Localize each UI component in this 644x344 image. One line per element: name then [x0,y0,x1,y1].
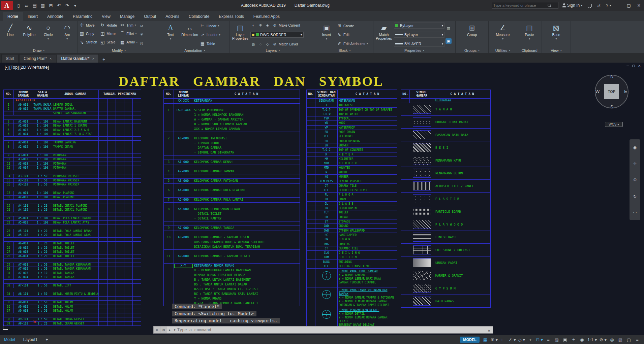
match-layer-button[interactable]: Match Layer [279,42,298,46]
grid-icon[interactable]: ▦ [481,336,489,343]
help-button[interactable]: ? ▾ [603,0,614,11]
match-properties-button[interactable]: ▰ Match Properties [375,22,393,47]
file-tab-daftar-gambar[interactable]: Daftar Gambar*× [57,54,99,63]
transparency-icon[interactable]: ▨ [553,336,561,343]
view-control[interactable]: [Top] [9,65,19,70]
group-button[interactable]: ⊞ Group [463,22,481,47]
panel-label-draw[interactable]: Draw▾ [0,47,78,53]
lineweight-icon[interactable]: ≡ [544,336,552,343]
line-button[interactable]: ╱ Line [1,22,19,47]
panel-label-block[interactable]: Block▾ [316,47,373,53]
command-recent-toggle-icon[interactable]: ▲ [488,328,490,332]
trim-button[interactable]: ✂Trim▾ [120,22,137,28]
create-block-button[interactable]: ⊞Create [337,23,368,29]
save-as-icon[interactable]: ▥ [39,2,47,9]
search-input[interactable] [493,3,547,7]
ribbon-tab-output[interactable]: Output [139,12,161,21]
new-tab-button[interactable]: + [100,56,108,63]
open-icon[interactable]: ▱ [23,2,30,9]
visual-style-control[interactable]: [2D Wireframe] [20,65,49,70]
wcs-menu[interactable]: WCS ▾ [605,122,623,127]
qat-customize-icon[interactable]: ▾ [71,2,79,9]
orbit-icon[interactable]: ↻ [633,193,636,199]
search-icon[interactable] [547,3,551,7]
stretch-button[interactable]: ↘Stretch [79,39,97,45]
panel-label-clipboard[interactable]: Clipboard [517,47,542,53]
ribbon-tab-manage[interactable]: Manage [115,12,139,21]
ortho-icon[interactable]: ∟ [499,336,507,343]
close-tab-icon[interactable]: × [92,57,94,61]
viewcube-east[interactable]: E [624,89,627,94]
panel-label-properties[interactable]: Properties▾ [373,47,455,53]
viewcube-north[interactable]: N [610,74,613,79]
edit-attributes-button[interactable]: ✐Edit Attributes▾ [337,40,368,47]
arc-button[interactable]: ◠ Arc ▾ [58,22,76,47]
zoom-icon[interactable]: ⊕ [633,177,636,183]
erase-icon[interactable]: ⊘ [139,24,145,29]
layer-walk-icon[interactable]: ⊜ [272,41,278,47]
properties-palette-icon[interactable]: ▥ [446,26,452,31]
layer-off-icon[interactable]: ◐ [250,23,256,28]
polar-tracking-icon[interactable]: ∠ ▾ [508,336,517,343]
panel-label-annotation[interactable]: Annotation▾ [160,47,229,53]
table-button[interactable]: ▦Table [200,40,220,47]
linetype-dropdown[interactable]: ByLayer ▾ [394,32,444,38]
scale-button[interactable]: ◱Scale [100,39,117,45]
viewport-menu-control[interactable]: [-] [5,65,9,70]
circle-button[interactable]: ○ Circle ▾ [39,22,57,47]
ribbon-tab-home[interactable]: Home [3,12,23,21]
rotate-button[interactable]: ↻Rotate [100,22,117,28]
ribbon-tab-parametric[interactable]: Parametric [68,12,97,21]
file-tab-ceiling-plan[interactable]: Ceiling Plan*× [19,54,56,63]
layer-unisolate-icon[interactable]: ◍ [250,41,256,47]
sign-in-button[interactable]: Sign In ▾ [560,0,585,11]
linear-button[interactable]: ⊢Linear▾ [200,23,220,29]
ribbon-tab-collaborate[interactable]: Collaborate [184,12,214,21]
ribbon-tab-view[interactable]: View [97,12,115,21]
viewcube-top-face[interactable]: TOP [604,84,619,99]
move-button[interactable]: ✢Move [79,22,97,28]
edit-block-button[interactable]: ✎Edit [337,32,368,38]
layer-lock-icon[interactable]: ◈ [265,23,271,28]
showmotion-icon[interactable]: ▭ [633,209,636,215]
model-space-button[interactable]: MODEL [460,337,480,343]
layout1-tab[interactable]: Layout1 [19,337,42,342]
restore-button[interactable]: ▢ [624,0,634,11]
fillet-button[interactable]: ⌒Fillet▾ [120,30,137,37]
text-button[interactable]: A Text ▾ [161,22,180,47]
autodesk-exchange-button[interactable]: ⇄ [594,0,603,11]
customize-icon[interactable]: ≡ [633,336,641,343]
layer-thaw-icon[interactable]: ◌ [257,41,264,47]
ribbon-tab-featured-apps[interactable]: Featured Apps [249,12,284,21]
new-layout-button[interactable]: + [41,337,52,342]
object-snap-icon[interactable]: ⊡ ▾ [535,336,544,343]
panel-label-view[interactable]: View▾ [542,47,571,53]
ribbon-tab-annotate[interactable]: Annotate [42,12,68,21]
layer-dropdown[interactable]: DWG-BORDER ▾ [250,32,304,38]
ribbon-tab-express-tools[interactable]: Express Tools [214,12,248,21]
layer-isolate-icon[interactable]: ⊙ [272,23,278,28]
panel-label-groups[interactable]: Groups▾ [456,47,488,53]
panel-label-utilities[interactable]: Utilities▾ [489,47,517,53]
command-close-icon[interactable]: ✕ [154,326,160,333]
lineweight-dropdown[interactable]: BYLAYER ▾ [394,41,444,47]
panel-label-layers[interactable]: Layers▾ [230,47,316,53]
isodraft-icon[interactable]: ◇ ▾ [517,336,526,343]
copy-button[interactable]: ▥Copy [79,30,97,37]
command-customize-icon[interactable]: ⚙ [160,326,167,333]
base-button[interactable]: ▧ Base ▾ [547,22,565,47]
annotation-monitor-icon[interactable]: ◎ [608,336,616,343]
hardware-acceleration-icon[interactable]: ▧ [616,336,624,343]
explode-icon[interactable]: ✳ [139,32,145,37]
offset-icon[interactable]: ◎ [139,40,145,46]
dynamic-input-icon[interactable]: ⌖ [570,336,578,343]
infocenter-search[interactable] [492,2,558,9]
minimize-button[interactable]: — [614,0,624,11]
object-color-dropdown[interactable]: ByLayer ▾ [394,23,444,29]
ribbon-tab-insert[interactable]: Insert [23,12,42,21]
dimension-button[interactable]: ↔ Dimension [181,22,199,47]
plot-icon[interactable]: ⊟ [47,2,55,9]
save-icon[interactable]: ▤ [31,2,38,9]
polyline-button[interactable]: ∿ Polyline [20,22,38,47]
app-logo[interactable]: A [1,1,13,10]
